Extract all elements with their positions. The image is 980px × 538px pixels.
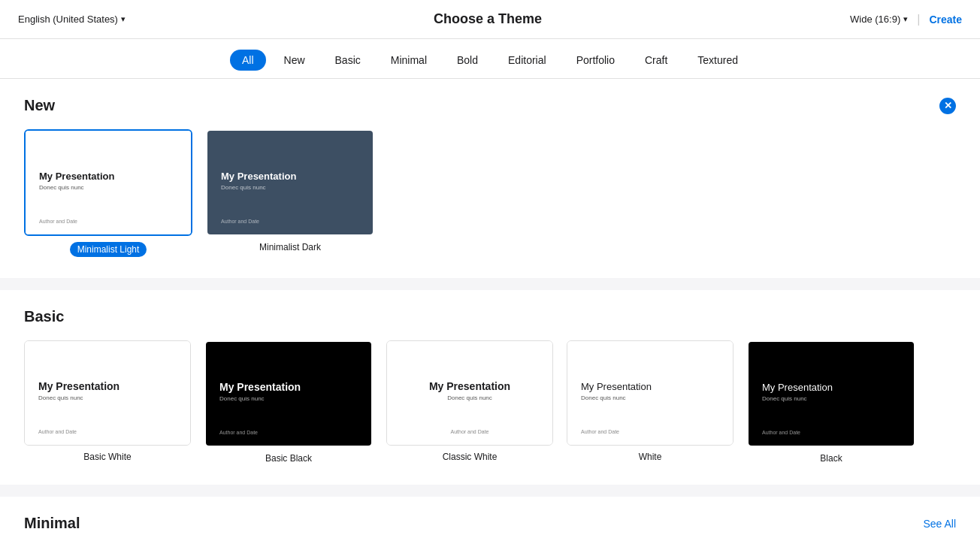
close-icon: ✕ (944, 101, 952, 110)
chevron-down-icon: ▾ (121, 14, 126, 24)
basic-white-label: Basic White (83, 452, 131, 462)
minimalist-light-preview: My Presentation Donec quis nunc Author a… (26, 131, 191, 234)
slide-subtitle: Donec quis nunc (762, 395, 900, 402)
minimal-section-header: Minimal See All (24, 515, 956, 532)
minimalist-dark-thumbnail: My Presentation Donec quis nunc Author a… (206, 129, 374, 236)
filter-basic[interactable]: Basic (323, 50, 373, 71)
theme-black[interactable]: My Presentation Donec quis nunc Author a… (747, 340, 915, 464)
filter-minimal[interactable]: Minimal (379, 50, 439, 71)
black-label: Black (820, 453, 842, 464)
new-section-title: New (24, 97, 55, 114)
minimal-section: Minimal See All My Presentation Donec qu… (0, 497, 980, 538)
basic-black-preview: My Presentation Donec quis nunc Author a… (206, 342, 371, 446)
filter-textured[interactable]: Textured (685, 50, 750, 71)
new-basic-divider (0, 284, 980, 290)
filter-all[interactable]: All (230, 50, 266, 71)
slide-title: My Presentation (221, 171, 359, 182)
white-preview: My Presentation Donec quis nunc Author a… (567, 341, 733, 445)
basic-black-label: Basic Black (265, 453, 312, 464)
white-thumbnail: My Presentation Donec quis nunc Author a… (567, 340, 733, 446)
size-label: Wide (16:9) (850, 14, 900, 25)
header: English (United States) ▾ Choose a Theme… (0, 0, 980, 39)
minimalist-light-thumbnail: My Presentation Donec quis nunc Author a… (24, 129, 192, 236)
new-theme-grid: My Presentation Donec quis nunc Author a… (24, 129, 956, 257)
slide-subtitle: Donec quis nunc (401, 394, 539, 401)
slide-title: My Presentation (38, 380, 177, 392)
theme-minimalist-dark[interactable]: My Presentation Donec quis nunc Author a… (206, 129, 374, 257)
new-section: New ✕ My Presentation Donec quis nunc Au… (0, 79, 980, 278)
slide-subtitle: Donec quis nunc (219, 395, 358, 402)
slide-author: Author and Date (762, 430, 800, 435)
filter-editorial[interactable]: Editorial (496, 50, 558, 71)
size-selector[interactable]: Wide (16:9) ▾ (850, 14, 908, 25)
basic-white-preview: My Presentation Donec quis nunc Author a… (25, 341, 190, 445)
minimalist-dark-label: Minimalist Dark (259, 242, 321, 252)
page-title: Choose a Theme (434, 11, 542, 27)
basic-section-title: Basic (24, 308, 64, 325)
theme-minimalist-light[interactable]: My Presentation Donec quis nunc Author a… (24, 129, 192, 257)
chevron-down-icon: ▾ (903, 14, 908, 24)
filter-bar: All New Basic Minimal Bold Editorial Por… (0, 39, 980, 79)
minimalist-light-label: Minimalist Light (70, 242, 147, 257)
theme-basic-black[interactable]: My Presentation Donec quis nunc Author a… (204, 340, 373, 464)
theme-white[interactable]: My Presentation Donec quis nunc Author a… (567, 340, 733, 464)
basic-black-thumbnail: My Presentation Donec quis nunc Author a… (204, 340, 373, 447)
classic-white-label: Classic White (443, 452, 498, 462)
see-all-minimal-button[interactable]: See All (923, 518, 956, 530)
basic-section: Basic My Presentation Donec quis nunc Au… (0, 290, 980, 485)
minimalist-dark-preview: My Presentation Donec quis nunc Author a… (207, 131, 373, 234)
slide-title: My Presentation (39, 171, 177, 182)
slide-title: My Presentation (581, 381, 719, 392)
slide-title: My Presentation (219, 381, 358, 393)
black-preview: My Presentation Donec quis nunc Author a… (749, 342, 914, 446)
slide-author: Author and Date (38, 429, 77, 434)
minimal-section-title: Minimal (24, 515, 80, 532)
slide-subtitle: Donec quis nunc (38, 394, 177, 401)
header-actions: Wide (16:9) ▾ | Create (850, 13, 962, 26)
slide-subtitle: Donec quis nunc (581, 394, 719, 401)
classic-white-preview: My Presentation Donec quis nunc Author a… (387, 341, 552, 445)
main-content: New ✕ My Presentation Donec quis nunc Au… (0, 79, 980, 538)
basic-section-header: Basic (24, 308, 956, 325)
slide-subtitle: Donec quis nunc (221, 184, 359, 191)
basic-theme-grid: My Presentation Donec quis nunc Author a… (24, 340, 956, 464)
slide-subtitle: Donec quis nunc (39, 184, 177, 191)
slide-author: Author and Date (39, 219, 77, 224)
slide-title: My Presentation (401, 380, 539, 392)
slide-title: My Presentation (762, 382, 900, 393)
black-thumbnail: My Presentation Donec quis nunc Author a… (747, 340, 915, 447)
slide-author: Author and Date (221, 219, 259, 224)
basic-minimal-divider (0, 491, 980, 497)
filter-portfolio[interactable]: Portfolio (564, 50, 627, 71)
close-new-section-button[interactable]: ✕ (939, 98, 956, 114)
filter-bold[interactable]: Bold (445, 50, 490, 71)
new-section-header: New ✕ (24, 97, 956, 114)
slide-author: Author and Date (451, 429, 489, 434)
filter-new[interactable]: New (272, 50, 317, 71)
create-button[interactable]: Create (929, 14, 962, 26)
white-label: White (639, 452, 662, 462)
theme-basic-white[interactable]: My Presentation Donec quis nunc Author a… (24, 340, 191, 464)
filter-craft[interactable]: Craft (633, 50, 679, 71)
slide-author: Author and Date (581, 429, 619, 434)
language-label: English (United States) (18, 14, 118, 25)
slide-author: Author and Date (219, 430, 258, 435)
classic-white-thumbnail: My Presentation Donec quis nunc Author a… (386, 340, 553, 446)
language-selector[interactable]: English (United States) ▾ (18, 14, 126, 25)
basic-white-thumbnail: My Presentation Donec quis nunc Author a… (24, 340, 191, 446)
theme-classic-white[interactable]: My Presentation Donec quis nunc Author a… (386, 340, 553, 464)
